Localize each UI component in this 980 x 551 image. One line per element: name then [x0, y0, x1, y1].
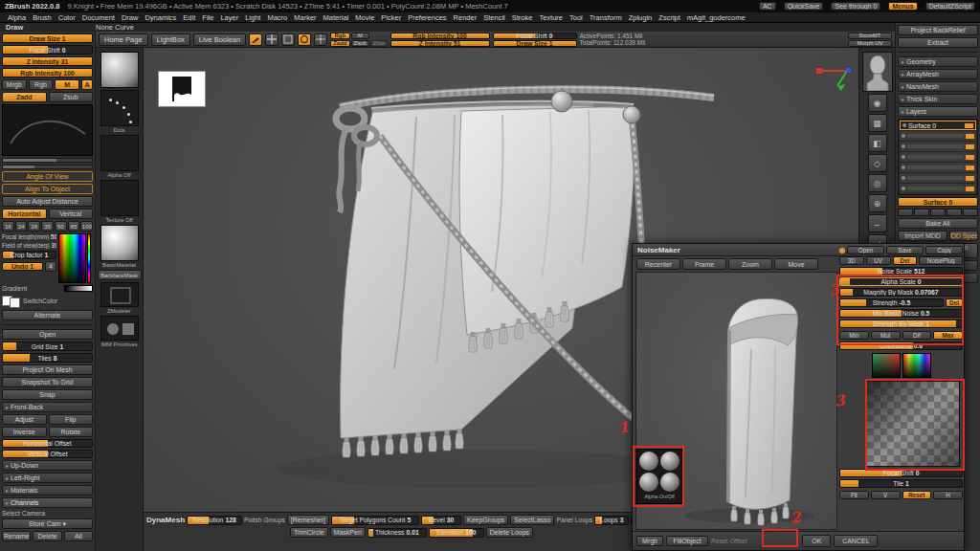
h-button[interactable]: H — [933, 491, 963, 499]
tiles-slider[interactable]: Tiles8 — [2, 353, 93, 363]
deleteloops-button[interactable]: Delete Loops — [486, 527, 533, 538]
menu-item[interactable]: Marker — [291, 13, 319, 22]
channels-section[interactable]: Channels — [2, 497, 93, 508]
focal-preset-button[interactable]: 50 — [55, 221, 67, 231]
store-cam-dropdown[interactable]: Store Cam ▾ — [2, 518, 93, 529]
menu-item[interactable]: Transform — [587, 13, 625, 22]
scale-mode-icon[interactable] — [281, 33, 295, 46]
horizontal-offset-slider[interactable]: Horizontal Offset — [2, 439, 93, 448]
menu-item[interactable]: Picker — [378, 13, 404, 22]
polish-label[interactable]: Polish — [244, 517, 262, 523]
vertical-button[interactable]: Vertical — [49, 209, 94, 219]
mrgb-button[interactable]: Mrgb — [2, 79, 27, 90]
menu-item[interactable]: Movie — [352, 13, 377, 22]
draw-size-slider[interactable]: Draw Size1 — [493, 40, 577, 47]
bake-all-button[interactable]: Bake All — [898, 218, 978, 229]
width-minibar[interactable] — [2, 165, 93, 169]
layer-intensity-slider[interactable]: Surface 0 — [898, 197, 978, 207]
layers-section[interactable]: Layers — [898, 106, 978, 117]
save-noise-button[interactable]: Save — [886, 246, 924, 254]
rotate-button[interactable]: Rotate — [49, 427, 94, 437]
color-picker[interactable] — [58, 233, 93, 283]
merge-icon[interactable] — [963, 209, 978, 216]
project-on-mesh-button[interactable]: Project On Mesh — [2, 364, 93, 375]
angle-of-view-button[interactable]: Angle Of View — [2, 171, 93, 182]
mdd-speed-button[interactable]: MDD Speed — [949, 231, 978, 241]
ac-button[interactable]: AC — [759, 2, 776, 11]
color1-gradient-swatch[interactable] — [872, 353, 901, 378]
dynamesh-title[interactable]: DynaMesh — [146, 516, 185, 524]
focal-preset-button[interactable]: 85 — [68, 221, 80, 231]
eye-icon[interactable] — [902, 144, 905, 148]
layer-row[interactable] — [900, 163, 976, 172]
menu-item[interactable]: Zplugin — [626, 13, 656, 22]
snap-toggle[interactable]: Snap — [2, 389, 93, 400]
focal-preset-button[interactable]: 28 — [28, 221, 40, 231]
panel-draw-size-slider[interactable]: Draw Size1 — [2, 33, 93, 43]
focal-shift-slider[interactable]: Focal Shift0 — [493, 33, 577, 39]
alternate-button[interactable]: Alternate — [2, 310, 93, 320]
auto-adjust-distance-button[interactable]: Auto Adjust Distance — [2, 196, 93, 207]
all-button[interactable]: All — [64, 531, 93, 541]
menu-item[interactable]: Stroke — [509, 13, 536, 22]
layer-row[interactable] — [900, 142, 976, 151]
tile-slider[interactable]: Tile1 — [839, 479, 963, 488]
geometry-section[interactable]: Geometry — [898, 56, 978, 67]
duplicate-icon[interactable] — [914, 209, 929, 216]
mrgb-fill-toggle[interactable]: Mrgb — [636, 536, 663, 546]
menu-item[interactable]: Dynamics — [142, 13, 179, 22]
menu-item[interactable]: Layer — [217, 13, 241, 22]
lightbox-tab[interactable]: LightBox — [151, 33, 190, 46]
crop-factor-slider[interactable]: Crop factor1 — [2, 251, 56, 259]
adjust-button[interactable]: Adjust — [2, 414, 47, 425]
snapshot-to-grid-button[interactable]: Snapshot To Grid — [2, 377, 93, 387]
cancel-button[interactable]: CANCEL — [834, 535, 878, 547]
loops-slider[interactable]: Loops3 — [594, 516, 629, 525]
move-mode-icon[interactable] — [265, 33, 278, 46]
groups-label[interactable]: Groups — [264, 517, 285, 523]
selectlasso-button[interactable]: SelectLasso — [510, 515, 554, 525]
horizontal-button[interactable]: Horizontal — [2, 209, 47, 219]
align-to-object-button[interactable]: Align To Object — [2, 184, 93, 194]
shelf-icon[interactable]: ◇ — [868, 154, 887, 172]
zadd-button[interactable]: Zadd — [2, 92, 47, 102]
gradient-preview[interactable] — [64, 285, 93, 292]
menu-item[interactable]: File — [199, 13, 216, 22]
menu-item[interactable]: Tool — [567, 13, 586, 22]
rgb-button[interactable]: Rgb — [29, 79, 54, 90]
gradient-label[interactable]: Gradient — [2, 285, 62, 292]
project-backrelief-button[interactable]: Project BackRelief — [898, 25, 978, 35]
shelf-icon[interactable]: ◧ — [868, 134, 887, 152]
focal-preset-button[interactable]: 35 — [41, 221, 54, 231]
menu-item[interactable]: Preferences — [405, 13, 449, 22]
eye-icon[interactable] — [902, 123, 906, 127]
inverse-button[interactable]: Inverse — [2, 427, 47, 437]
flip-button[interactable]: Flip — [49, 414, 94, 425]
thickness-slider[interactable]: Thickness0.01 — [368, 528, 427, 538]
del-button[interactable]: Del — [893, 256, 918, 265]
z-intensity-slider[interactable]: Z Intensity51 — [390, 40, 490, 47]
v-button[interactable]: V — [871, 491, 901, 499]
dialog-view-tab[interactable]: Frame — [682, 258, 726, 270]
arraymesh-section[interactable]: ArrayMesh — [898, 69, 978, 79]
eye-icon[interactable] — [902, 155, 905, 159]
a-toggle[interactable]: A — [81, 79, 93, 90]
fillobject-button[interactable]: FillObject — [666, 536, 708, 546]
imm-brush[interactable] — [100, 316, 139, 341]
copy-noise-button[interactable]: Copy — [925, 246, 963, 254]
focal-preset-button[interactable]: 24 — [15, 221, 28, 231]
panel-focal-shift-slider[interactable]: Focal Shift0 — [2, 45, 93, 55]
menu-item[interactable]: Light — [242, 13, 263, 22]
shelf-icon[interactable]: ◉ — [868, 94, 887, 112]
record-icon[interactable] — [898, 209, 913, 216]
layer-row[interactable] — [900, 173, 976, 183]
gizmo-icon[interactable] — [314, 33, 327, 46]
menu-item[interactable]: Texture — [536, 13, 566, 22]
menus-button[interactable]: Menus — [888, 2, 917, 11]
zcut-toggle[interactable]: Zcut — [370, 40, 388, 47]
layer-row[interactable] — [900, 184, 976, 193]
undo-slider[interactable]: Undo1 — [2, 262, 43, 271]
ok-button[interactable]: OK — [802, 535, 831, 547]
menu-item[interactable]: Material — [321, 13, 352, 22]
grid-size-slider[interactable]: Grid Size1 — [2, 342, 93, 351]
